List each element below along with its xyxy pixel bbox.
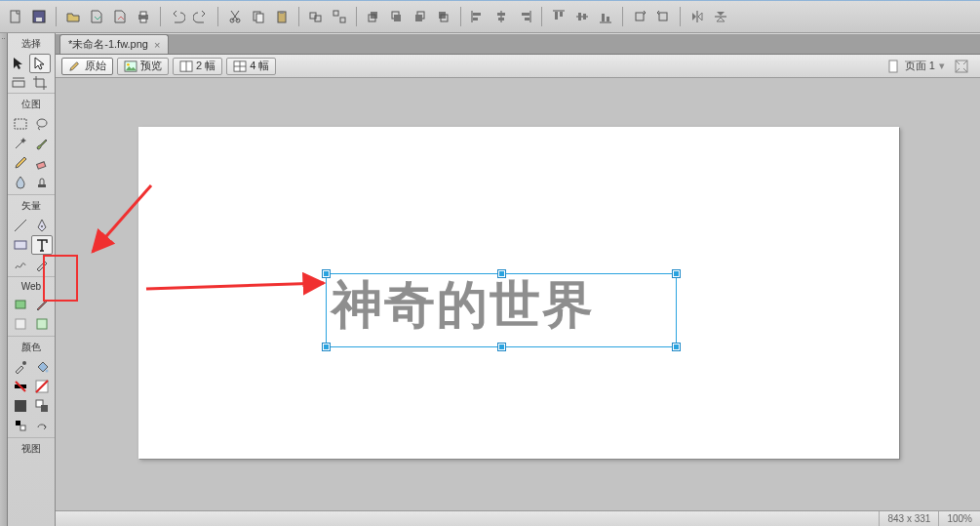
stroke-swatch[interactable] <box>10 377 31 396</box>
paste-icon[interactable] <box>272 7 292 26</box>
eraser-tool-icon[interactable] <box>31 153 53 173</box>
svg-rect-28 <box>522 13 529 16</box>
svg-rect-30 <box>555 12 558 20</box>
close-tab-icon[interactable]: × <box>154 39 160 51</box>
align-center-h-icon[interactable] <box>491 7 511 26</box>
wand-tool-icon[interactable] <box>10 134 31 153</box>
document-tab-title: *未命名-1.fw.png <box>68 37 148 52</box>
page-icon <box>887 60 901 73</box>
selection-handle[interactable] <box>323 270 330 277</box>
left-dock-strip[interactable]: ·· <box>0 33 8 526</box>
svg-rect-15 <box>340 18 345 22</box>
align-center-v-icon[interactable] <box>572 7 592 26</box>
brush-tool-icon[interactable] <box>31 134 53 153</box>
svg-point-43 <box>41 225 43 227</box>
svg-rect-37 <box>659 13 667 20</box>
scale-tool-icon[interactable] <box>8 73 29 93</box>
page-selector[interactable]: 页面 1 ▾ <box>887 59 974 73</box>
undo-icon[interactable] <box>168 7 187 26</box>
align-left-icon[interactable] <box>468 7 488 26</box>
selection-handle[interactable] <box>498 344 505 350</box>
import-icon[interactable] <box>87 7 106 26</box>
rotate-ccw-icon[interactable] <box>653 7 673 26</box>
marquee-tool-icon[interactable] <box>10 114 31 134</box>
svg-rect-54 <box>41 405 48 412</box>
view-tab-label: 4 幅 <box>250 59 269 73</box>
swap-colors-icon[interactable] <box>31 396 53 416</box>
send-backward-icon[interactable] <box>411 7 430 26</box>
bring-forward-icon[interactable] <box>387 7 407 26</box>
svg-rect-2 <box>36 18 42 21</box>
svg-rect-11 <box>280 11 284 14</box>
freeform-tool-icon[interactable] <box>10 255 31 274</box>
save-icon[interactable] <box>29 7 49 26</box>
view-tab-4up[interactable]: 4 幅 <box>226 58 276 75</box>
align-top-icon[interactable] <box>549 7 568 26</box>
view-tab-preview[interactable]: 预览 <box>117 58 169 75</box>
hotspot-tool-icon[interactable] <box>10 295 31 314</box>
svg-rect-21 <box>415 15 422 21</box>
pen-tool-icon[interactable] <box>31 216 53 235</box>
no-stroke-icon[interactable] <box>31 377 53 396</box>
ungroup-icon[interactable] <box>330 7 349 26</box>
default-colors-icon[interactable] <box>10 416 31 435</box>
pointer-tool-icon[interactable] <box>8 54 29 73</box>
svg-point-49 <box>46 370 49 373</box>
view-tab-original[interactable]: 原始 <box>61 58 113 75</box>
selection-handle[interactable] <box>673 270 680 277</box>
selection-handle[interactable] <box>498 270 505 277</box>
selection-handle[interactable] <box>323 344 330 350</box>
open-icon[interactable] <box>63 7 83 26</box>
line-tool-icon[interactable] <box>10 216 31 235</box>
flip-h-icon[interactable] <box>687 7 707 26</box>
view-tab-2up[interactable]: 2 幅 <box>173 58 222 75</box>
fill-swatch[interactable] <box>10 396 31 416</box>
rotate-cw-icon[interactable] <box>630 7 649 26</box>
align-bottom-icon[interactable] <box>596 7 615 26</box>
export-icon[interactable] <box>110 7 130 26</box>
fit-screen-icon[interactable] <box>955 60 968 73</box>
bring-front-icon[interactable] <box>364 7 383 26</box>
svg-rect-45 <box>16 301 25 308</box>
svg-rect-26 <box>497 13 505 16</box>
new-file-icon[interactable] <box>6 7 25 26</box>
status-zoom[interactable]: 100% <box>938 511 980 527</box>
crop-tool-icon[interactable] <box>29 73 51 93</box>
palette-section-select: 选择 <box>8 35 55 54</box>
color-toggle-icon[interactable] <box>31 416 53 435</box>
print-icon[interactable] <box>134 7 153 26</box>
canvas[interactable]: 神奇的世界 <box>138 127 899 459</box>
status-bar: 843 x 331 100% <box>56 510 980 526</box>
view-tab-label: 原始 <box>85 59 106 73</box>
selection-handle[interactable] <box>673 344 680 350</box>
lasso-tool-icon[interactable] <box>31 114 53 134</box>
cut-icon[interactable] <box>225 7 245 26</box>
rect-tool-icon[interactable] <box>10 235 31 255</box>
svg-rect-5 <box>140 19 146 22</box>
view-tab-bar: 原始 预览 2 幅 4 幅 页面 1 ▾ <box>56 55 980 78</box>
svg-rect-9 <box>256 14 263 22</box>
svg-rect-27 <box>498 18 504 20</box>
document-tab-strip: *未命名-1.fw.png × <box>56 33 980 55</box>
stamp-tool-icon[interactable] <box>31 173 53 192</box>
bucket-tool-icon[interactable] <box>31 357 53 377</box>
flip-v-icon[interactable] <box>711 7 730 26</box>
show-slice-icon[interactable] <box>31 314 53 334</box>
copy-icon[interactable] <box>249 7 268 26</box>
hide-slice-icon[interactable] <box>10 314 31 334</box>
pencil-tool-icon[interactable] <box>10 153 31 173</box>
blur-tool-icon[interactable] <box>10 173 31 192</box>
text-tool-icon[interactable] <box>31 235 53 255</box>
group-icon[interactable] <box>306 7 326 26</box>
palette-section-vector: 矢量 <box>10 197 53 216</box>
svg-rect-61 <box>889 61 897 72</box>
palette-section-bitmap: 位图 <box>10 96 53 114</box>
redo-icon[interactable] <box>191 7 211 26</box>
align-right-icon[interactable] <box>515 7 534 26</box>
send-back-icon[interactable] <box>434 7 453 26</box>
subselect-tool-icon[interactable] <box>29 54 51 73</box>
document-tab[interactable]: *未命名-1.fw.png × <box>59 34 169 54</box>
eyedropper-tool-icon[interactable] <box>10 357 31 377</box>
main-toolbar <box>0 0 980 33</box>
workspace[interactable]: 神奇的世界 <box>56 78 980 510</box>
